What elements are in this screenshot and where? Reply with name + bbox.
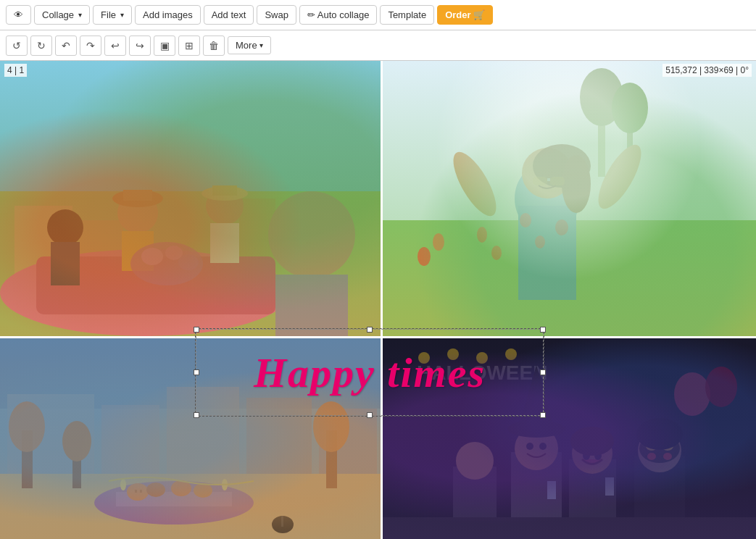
crop-button[interactable]: ▣ <box>154 35 175 56</box>
svg-point-72 <box>272 516 294 533</box>
photo-cell-1[interactable] <box>0 61 381 336</box>
delete-icon: 🗑 <box>209 40 219 51</box>
svg-point-44 <box>562 155 591 213</box>
svg-rect-3 <box>80 220 123 293</box>
svg-point-104 <box>456 442 494 480</box>
svg-point-89 <box>572 433 612 474</box>
more-label: More <box>236 40 257 51</box>
auto-collage-button[interactable]: ✏ Auto collage <box>299 5 377 25</box>
svg-point-28 <box>612 83 648 133</box>
secondary-toolbar: ↺ ↻ ↶ ↷ ↩ ↪ ▣ ⊞ 🗑 More <box>0 30 756 61</box>
svg-rect-60 <box>326 430 337 488</box>
svg-rect-17 <box>212 185 237 196</box>
crop-icon: ▣ <box>160 40 170 51</box>
file-label: File <box>101 9 116 20</box>
more-button[interactable]: More <box>228 36 271 54</box>
photo-cell-2[interactable] <box>381 61 756 336</box>
handle-top-middle[interactable] <box>367 327 373 333</box>
add-images-label: Add images <box>143 9 193 20</box>
svg-point-38 <box>555 220 568 235</box>
undo-button[interactable]: ↩ <box>104 35 126 56</box>
svg-rect-36 <box>518 206 576 300</box>
rotate-ccw-button[interactable]: ↶ <box>55 35 77 56</box>
svg-rect-82 <box>511 452 562 539</box>
svg-point-30 <box>433 233 444 251</box>
svg-point-39 <box>535 235 545 248</box>
svg-point-22 <box>165 246 183 260</box>
order-button[interactable]: Order 🛒 <box>437 5 493 25</box>
resize-button[interactable]: ⊞ <box>178 35 200 56</box>
svg-rect-11 <box>122 231 154 271</box>
svg-rect-19 <box>275 275 348 336</box>
eye-button[interactable]: 👁 <box>6 5 31 25</box>
handle-bottom-left[interactable] <box>194 412 199 418</box>
svg-point-18 <box>268 191 355 278</box>
add-text-button[interactable]: Add text <box>204 5 254 25</box>
svg-rect-45 <box>533 177 547 185</box>
svg-point-67 <box>194 483 212 498</box>
svg-point-98 <box>647 453 656 460</box>
svg-rect-88 <box>569 459 616 539</box>
undo-right-button[interactable]: ↻ <box>30 35 52 56</box>
template-button[interactable]: Template <box>380 5 434 25</box>
redo-icon: ↪ <box>136 40 144 51</box>
redo-button[interactable]: ↪ <box>129 35 151 56</box>
resize-icon: ⊞ <box>185 40 194 51</box>
handle-top-right[interactable] <box>540 327 546 333</box>
grid-line-vertical <box>381 61 383 539</box>
svg-point-20 <box>130 242 203 285</box>
handle-middle-left[interactable] <box>194 369 199 375</box>
svg-rect-103 <box>453 467 497 539</box>
svg-point-100 <box>636 418 683 450</box>
handle-bottom-middle[interactable] <box>367 412 373 418</box>
collage-button[interactable]: Collage <box>34 5 90 25</box>
svg-rect-63 <box>116 492 232 506</box>
svg-point-21 <box>141 248 163 265</box>
svg-rect-50 <box>7 394 94 496</box>
svg-point-81 <box>705 367 737 407</box>
svg-rect-101 <box>547 481 556 499</box>
photo-2-svg <box>381 61 756 336</box>
delete-button[interactable]: 🗑 <box>203 35 225 56</box>
add-images-button[interactable]: Add images <box>135 5 201 25</box>
svg-point-10 <box>117 193 158 233</box>
swap-button[interactable]: Swap <box>257 5 296 25</box>
svg-point-32 <box>418 247 431 266</box>
svg-point-68 <box>120 479 126 490</box>
rotate-cw-button[interactable]: ↷ <box>80 35 101 56</box>
rotate-cw-icon: ↷ <box>86 40 95 51</box>
svg-rect-56 <box>22 430 33 488</box>
top-toolbar: 👁 Collage File Add images Add text Swap … <box>0 0 756 30</box>
svg-point-41 <box>590 139 649 215</box>
template-label: Template <box>388 9 426 20</box>
handle-bottom-right[interactable] <box>540 412 546 418</box>
svg-rect-5 <box>283 206 333 264</box>
undo-left-icon: ↺ <box>12 40 21 51</box>
svg-rect-73 <box>281 516 283 527</box>
svg-point-8 <box>47 209 83 246</box>
undo-icon: ↩ <box>111 40 120 51</box>
svg-point-95 <box>639 434 680 463</box>
svg-rect-54 <box>319 409 377 499</box>
svg-point-37 <box>520 213 531 227</box>
svg-point-94 <box>638 429 681 472</box>
svg-point-57 <box>9 401 45 452</box>
svg-rect-7 <box>36 256 275 314</box>
svg-point-6 <box>0 249 290 336</box>
svg-point-31 <box>477 227 487 243</box>
file-button[interactable]: File <box>93 5 132 25</box>
svg-point-43 <box>533 144 591 188</box>
rotate-ccw-icon: ↶ <box>62 40 70 51</box>
handle-top-left[interactable] <box>194 327 199 333</box>
svg-rect-58 <box>72 445 81 488</box>
svg-point-16 <box>202 186 248 201</box>
photo-grid: HALLOWEEN <box>0 61 756 539</box>
svg-point-66 <box>171 480 191 496</box>
svg-point-62 <box>94 481 254 525</box>
svg-point-99 <box>663 453 672 460</box>
svg-rect-27 <box>627 104 633 177</box>
text-overlay[interactable]: Happy times <box>196 329 544 416</box>
handle-middle-right[interactable] <box>540 369 546 375</box>
auto-collage-label: ✏ Auto collage <box>307 9 369 20</box>
undo-left-button[interactable]: ↺ <box>6 35 28 56</box>
